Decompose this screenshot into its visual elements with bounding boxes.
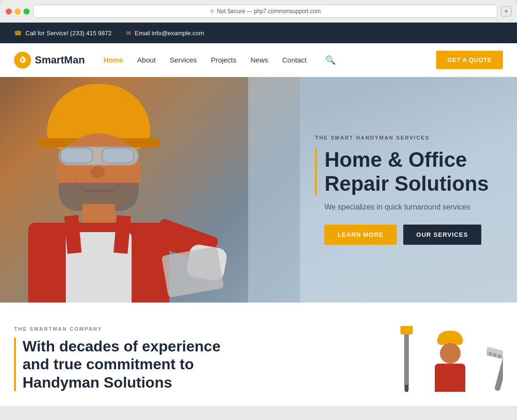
hero-title-line1: Home & Office xyxy=(324,148,467,171)
phone-text: Call for Service! (233) 415 9872 xyxy=(25,30,112,37)
nav-projects[interactable]: Projects xyxy=(211,56,236,64)
hero-title-wrapper: Home & Office Repair Solutions xyxy=(315,148,489,195)
hero-buttons: LEARN MORE OUR SERVICES xyxy=(324,225,489,245)
email-item[interactable]: ✉ Email info@example.com xyxy=(126,30,204,37)
learn-more-button[interactable]: LEARN MORE xyxy=(324,225,396,245)
hero-title-line2: Repair Solutions xyxy=(324,172,489,195)
new-tab-button[interactable]: + xyxy=(501,6,511,16)
address-bar[interactable]: ↻ Not Secure — php7.commonsupport.com xyxy=(33,5,497,18)
screwdriver-shaft xyxy=(404,331,409,392)
our-services-button[interactable]: OUR SERVICES xyxy=(403,225,481,245)
logo-icon xyxy=(14,52,31,69)
browser-titlebar: ↻ Not Secure — php7.commonsupport.com + xyxy=(0,5,517,23)
email-text: Email info@example.com xyxy=(135,30,204,37)
top-bar: ☎ Call for Service! (233) 415 9872 ✉ Ema… xyxy=(0,23,517,43)
search-icon[interactable]: 🔍 xyxy=(325,55,336,65)
phone-item[interactable]: ☎ Call for Service! (233) 415 9872 xyxy=(14,30,112,37)
small-worker xyxy=(435,331,465,392)
nav-contact[interactable]: Contact xyxy=(282,56,306,64)
about-title-line2: and true commitment to xyxy=(23,356,194,373)
saw-tool xyxy=(468,331,503,392)
about-title-wrapper: With decades of experience and true comm… xyxy=(14,337,249,391)
hero-section: THE SMART HANDYMAN SERVICES Home & Offic… xyxy=(0,77,517,303)
hero-content: THE SMART HANDYMAN SERVICES Home & Offic… xyxy=(315,135,489,245)
email-icon: ✉ xyxy=(126,30,131,37)
about-label: THE SMARTMAN COMPANY xyxy=(14,326,249,332)
nav-home[interactable]: Home xyxy=(103,56,123,64)
maximize-button[interactable] xyxy=(24,8,30,15)
hero-subtitle: THE SMART HANDYMAN SERVICES xyxy=(315,135,489,140)
nav-news[interactable]: News xyxy=(251,56,268,64)
tool-illustrations xyxy=(338,326,503,392)
hero-accent-bar xyxy=(315,148,317,195)
url-text: Not Secure — php7.commonsupport.com xyxy=(217,8,321,15)
logo[interactable]: SmartMan xyxy=(14,52,85,69)
nav-services[interactable]: Services xyxy=(170,56,197,64)
close-button[interactable] xyxy=(6,8,12,15)
about-left: THE SMARTMAN COMPANY With decades of exp… xyxy=(14,326,249,392)
browser-window: ↻ Not Secure — php7.commonsupport.com + … xyxy=(0,0,517,406)
nav-links: Home About Services Projects News Contac… xyxy=(103,55,427,65)
phone-icon: ☎ xyxy=(14,30,22,37)
website-content: ☎ Call for Service! (233) 415 9872 ✉ Ema… xyxy=(0,23,517,406)
hero-title: Home & Office Repair Solutions xyxy=(324,148,489,195)
about-title-line1: With decades of experience xyxy=(23,338,220,355)
about-accent-bar xyxy=(14,337,16,391)
logo-text: SmartMan xyxy=(35,54,85,66)
minimize-button[interactable] xyxy=(15,8,21,15)
traffic-lights xyxy=(6,8,30,15)
about-title: With decades of experience and true comm… xyxy=(23,337,220,391)
nav-about[interactable]: About xyxy=(137,56,156,64)
screwdriver-handle xyxy=(400,326,413,334)
main-nav: SmartMan Home About Services Projects Ne… xyxy=(0,43,517,77)
about-title-line3: Handyman Solutions xyxy=(23,374,172,391)
screwdriver-tip xyxy=(405,385,408,392)
hero-description: We specializes in quick turnaround servi… xyxy=(324,203,489,211)
get-quote-button[interactable]: GET A QUOTE xyxy=(436,51,503,69)
about-section: THE SMARTMAN COMPANY With decades of exp… xyxy=(0,303,517,406)
about-right xyxy=(268,326,503,392)
reload-icon: ↻ xyxy=(210,8,214,15)
